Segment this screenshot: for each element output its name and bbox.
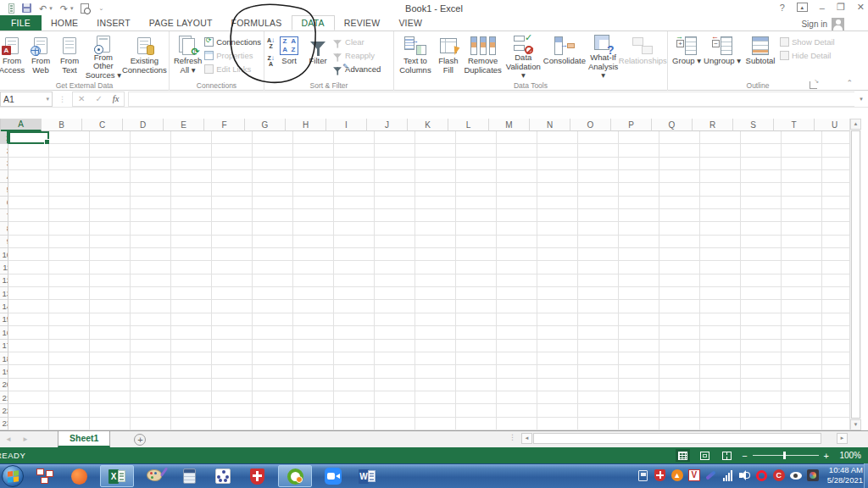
scroll-down-icon[interactable]: ▼ <box>850 419 861 430</box>
cell-A19[interactable] <box>8 365 49 378</box>
cell-P11[interactable] <box>619 261 659 274</box>
cell-O3[interactable] <box>578 158 619 170</box>
cell-C7[interactable] <box>90 209 131 222</box>
cell-A16[interactable] <box>8 326 49 339</box>
cell-A2[interactable] <box>8 144 49 157</box>
cell-U21[interactable] <box>822 391 849 404</box>
cell-U20[interactable] <box>822 379 849 391</box>
cell-N22[interactable] <box>537 404 578 417</box>
cell-T14[interactable] <box>782 300 822 313</box>
taskbar-calculator-icon[interactable] <box>176 465 202 487</box>
cell-P8[interactable] <box>619 222 659 235</box>
cell-G13[interactable] <box>253 287 293 300</box>
cell-K19[interactable] <box>415 365 456 378</box>
column-header-R[interactable]: R <box>693 119 733 131</box>
tray-dark-app-icon[interactable] <box>807 469 819 481</box>
cell-O5[interactable] <box>578 183 619 196</box>
cell-A23[interactable] <box>8 418 49 430</box>
horizontal-scroll-thumb[interactable] <box>533 433 821 444</box>
cell-Q7[interactable] <box>659 209 700 222</box>
row-header-2[interactable]: 2 <box>0 144 8 157</box>
cell-E20[interactable] <box>171 379 212 391</box>
cell-Q15[interactable] <box>659 313 700 326</box>
cell-J16[interactable] <box>375 326 415 339</box>
cell-C18[interactable] <box>90 352 131 365</box>
cell-U8[interactable] <box>822 222 849 235</box>
cell-A22[interactable] <box>8 404 49 417</box>
cell-M14[interactable] <box>497 300 537 313</box>
outline-dialog-launcher-icon[interactable] <box>810 81 817 89</box>
tab-formulas[interactable]: FORMULAS <box>222 15 292 30</box>
cell-R20[interactable] <box>700 379 741 391</box>
cell-O14[interactable] <box>578 300 619 313</box>
cell-G4[interactable] <box>253 170 293 183</box>
cell-H3[interactable] <box>293 158 334 170</box>
cell-T4[interactable] <box>782 170 822 183</box>
cell-H8[interactable] <box>293 222 334 235</box>
cell-G2[interactable] <box>253 144 293 157</box>
show-detail-button[interactable]: Show Detail <box>779 36 835 47</box>
restore-icon[interactable]: ❐ <box>837 2 845 13</box>
cell-T1[interactable] <box>782 131 822 144</box>
cell-R21[interactable] <box>700 391 741 404</box>
cell-G21[interactable] <box>253 391 293 404</box>
cell-E2[interactable] <box>171 144 212 157</box>
tab-scrollbar-splitter[interactable]: ⋮ <box>509 433 516 441</box>
cell-I10[interactable] <box>334 248 375 261</box>
cell-G10[interactable] <box>253 248 293 261</box>
cell-S23[interactable] <box>741 418 782 430</box>
taskbar-excel-icon[interactable]: X <box>100 465 134 487</box>
cell-F15[interactable] <box>212 313 253 326</box>
cell-O15[interactable] <box>578 313 619 326</box>
cell-I18[interactable] <box>334 352 375 365</box>
cell-P22[interactable] <box>619 404 659 417</box>
row-header-3[interactable]: 3 <box>0 158 8 170</box>
cell-J5[interactable] <box>375 183 415 196</box>
cell-O11[interactable] <box>578 261 619 274</box>
sheet-nav-right-icon[interactable]: ► <box>17 435 34 443</box>
cell-A6[interactable] <box>8 197 49 209</box>
cell-S21[interactable] <box>741 391 782 404</box>
cell-D18[interactable] <box>131 352 171 365</box>
cell-N17[interactable] <box>537 340 578 352</box>
column-header-M[interactable]: M <box>489 119 530 131</box>
row-header-5[interactable]: 5 <box>0 183 8 196</box>
cell-H13[interactable] <box>293 287 334 300</box>
cell-G11[interactable] <box>253 261 293 274</box>
cell-R12[interactable] <box>700 274 741 287</box>
cell-E10[interactable] <box>171 248 212 261</box>
cell-C16[interactable] <box>90 326 131 339</box>
cell-K7[interactable] <box>415 209 456 222</box>
cell-S6[interactable] <box>741 197 782 209</box>
cell-R22[interactable] <box>700 404 741 417</box>
cell-C6[interactable] <box>90 197 131 209</box>
cell-F9[interactable] <box>212 236 253 248</box>
what-if-analysis-button[interactable]: ? What-If Analysis ▾ <box>586 33 621 80</box>
cell-O23[interactable] <box>578 418 619 430</box>
cell-Q22[interactable] <box>659 404 700 417</box>
cell-D17[interactable] <box>131 340 171 352</box>
cell-P10[interactable] <box>619 248 659 261</box>
cell-R23[interactable] <box>700 418 741 430</box>
cell-J4[interactable] <box>375 170 415 183</box>
cell-Q12[interactable] <box>659 274 700 287</box>
cell-C1[interactable] <box>90 131 131 144</box>
cell-F20[interactable] <box>212 379 253 391</box>
cell-P13[interactable] <box>619 287 659 300</box>
cell-G9[interactable] <box>253 236 293 248</box>
cell-B10[interactable] <box>49 248 90 261</box>
cell-A20[interactable] <box>8 379 49 391</box>
cell-P6[interactable] <box>619 197 659 209</box>
cell-H17[interactable] <box>293 340 334 352</box>
cell-D13[interactable] <box>131 287 171 300</box>
cell-M18[interactable] <box>497 352 537 365</box>
cell-T6[interactable] <box>782 197 822 209</box>
data-validation-button[interactable]: ✓ Data Validation ▾ <box>503 33 543 80</box>
clear-button[interactable]: Clear <box>332 36 381 47</box>
cell-T8[interactable] <box>782 222 822 235</box>
cell-D21[interactable] <box>131 391 171 404</box>
expand-formula-bar-icon[interactable]: ▾ <box>854 96 868 103</box>
cell-G8[interactable] <box>253 222 293 235</box>
cell-Q16[interactable] <box>659 326 700 339</box>
cell-T19[interactable] <box>782 365 822 378</box>
